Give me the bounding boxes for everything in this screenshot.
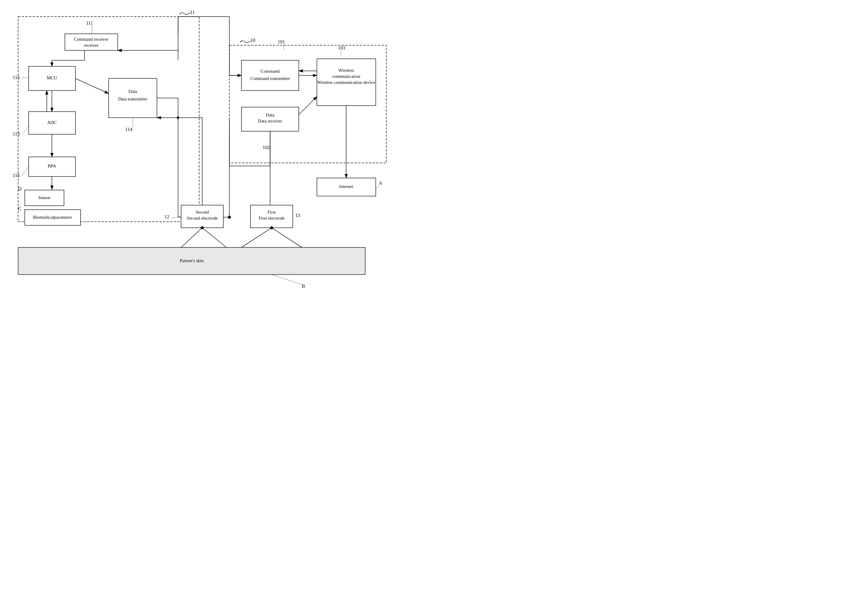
data-receiver-label1: Data — [266, 112, 275, 117]
electrode-to-device-left — [178, 118, 202, 205]
ref-111: 111 — [86, 21, 93, 26]
dr-to-wireless — [299, 97, 317, 115]
second-electrode-label2: Second electrode — [187, 216, 218, 221]
ref-115-line — [22, 167, 29, 176]
command-receiver-box — [65, 34, 118, 50]
ref-101: 101 — [278, 39, 285, 44]
ref-12: 12 — [164, 214, 169, 219]
tilde-10 — [240, 41, 251, 43]
sensor-label: Sensor — [38, 195, 51, 200]
top-to-ct-arrow — [229, 60, 241, 75]
ref-11: 11 — [190, 10, 195, 15]
tilde-11 — [180, 13, 190, 15]
wireless-label3: Wireless communication device — [317, 80, 375, 85]
bpa-label: BPA — [48, 164, 56, 168]
command-transmitter-box — [241, 60, 299, 90]
ref-10: 10 — [251, 38, 255, 43]
second-to-skin2 — [202, 228, 226, 248]
first-to-skin — [241, 228, 272, 248]
ref-A: A — [379, 180, 382, 186]
ref-114: 114 — [125, 127, 132, 132]
ref-13: 13 — [295, 213, 300, 218]
ref-103: 103 — [338, 45, 345, 50]
ref-B-line — [272, 274, 302, 284]
diagram-container: 11 111 Command receiver receiver MCU 112… — [0, 0, 434, 295]
ref-113: 113 — [13, 131, 20, 136]
ref-A-line — [376, 186, 379, 189]
command-receiver-label2: receiver — [84, 43, 98, 48]
dot-left-electrode — [228, 216, 231, 219]
second-to-skin — [181, 228, 202, 248]
data-transmitter-label: Data — [128, 89, 137, 94]
wireless-label2: communication — [332, 74, 360, 79]
ref-102: 102 — [263, 145, 270, 150]
mcu-label: MCU — [47, 75, 57, 80]
data-receiver-label2: Data receiver — [258, 119, 282, 123]
ref-113-line — [22, 127, 29, 134]
data-transmitter-label2: Data transmitter — [118, 97, 147, 102]
ref-115: 115 — [13, 173, 20, 178]
command-transmitter-label2: Command transmitter — [250, 76, 290, 81]
wireless-label1: Wireless — [338, 68, 354, 73]
command-transmitter-label: Command — [261, 69, 280, 74]
ref-B: B — [302, 284, 305, 289]
ref-C: C — [18, 206, 21, 211]
biomedical-label: Biomedicalparameter — [33, 215, 72, 220]
first-electrode-label1: First — [267, 210, 276, 215]
first-to-skin2 — [272, 228, 302, 248]
internet-label: Internet — [339, 184, 353, 189]
ref-D: D — [18, 186, 22, 192]
adc-label: ADC — [47, 120, 57, 125]
ref-112: 112 — [13, 75, 20, 80]
top-horizontal-connector — [178, 16, 229, 60]
cmd-rcv-to-mcu — [52, 50, 84, 66]
first-electrode-label2: First electrode — [259, 216, 285, 221]
command-receiver-label: Command receiver — [74, 37, 109, 42]
connection-dot-390 — [177, 116, 179, 119]
mcu-to-dt — [75, 78, 109, 94]
patients-skin-label: Patient's skin — [180, 258, 204, 263]
dt-to-electrode-right — [157, 98, 178, 217]
second-electrode-label1: Second — [196, 210, 209, 215]
